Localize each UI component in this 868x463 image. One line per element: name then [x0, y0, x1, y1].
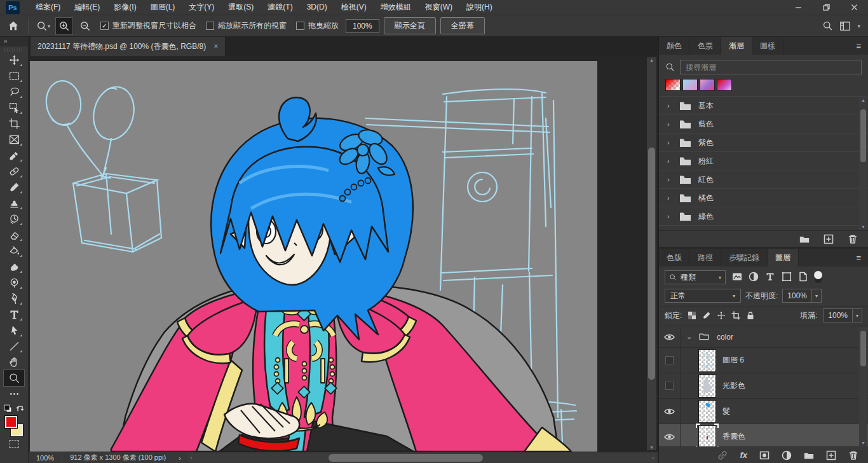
- swap-colors-icon[interactable]: [16, 404, 24, 413]
- new-gradient-icon[interactable]: [824, 234, 834, 244]
- zoom-tool-preset[interactable]: ▾: [35, 18, 51, 34]
- chevron-expanded-icon[interactable]: ⌄: [686, 333, 691, 341]
- visibility-toggle[interactable]: [659, 326, 681, 347]
- close-button[interactable]: [840, 0, 868, 15]
- tool-lasso[interactable]: [4, 84, 24, 100]
- search-icon[interactable]: [822, 20, 833, 31]
- scroll-thumb[interactable]: [860, 331, 866, 366]
- gradient-list-scrollbar[interactable]: ▴ ▾: [859, 97, 867, 230]
- tool-type[interactable]: [4, 307, 24, 322]
- chevron-right-icon[interactable]: ›: [667, 194, 672, 202]
- fill-screen-button[interactable]: 全螢幕: [440, 17, 485, 34]
- fit-screen-button[interactable]: 顯示全頁: [384, 17, 436, 34]
- scroll-up-arrow[interactable]: ▴: [650, 57, 653, 63]
- tool-line[interactable]: [4, 338, 24, 354]
- zoom-percentage-field[interactable]: 100%: [346, 19, 379, 33]
- new-group-icon[interactable]: [804, 450, 814, 460]
- new-group-icon[interactable]: [799, 234, 810, 244]
- tab-close-button[interactable]: ×: [214, 42, 218, 51]
- checkbox-checked-icon[interactable]: ✓: [100, 22, 109, 30]
- layer-list-scrollbar[interactable]: ▾: [859, 327, 867, 446]
- chevron-right-icon[interactable]: ›: [667, 212, 672, 220]
- home-button[interactable]: [5, 18, 22, 34]
- chevron-right-icon[interactable]: ›: [667, 176, 672, 183]
- menu-view[interactable]: 檢視(V): [334, 0, 374, 15]
- layer-thumbnail[interactable]: [699, 350, 715, 371]
- gradient-swatch-blue-pink[interactable]: [682, 79, 698, 91]
- tool-healing-brush[interactable]: [4, 163, 24, 179]
- filter-type-layers-icon[interactable]: [765, 272, 775, 284]
- tab-history[interactable]: 步驟記錄: [721, 249, 768, 266]
- horizontal-scroll-thumb[interactable]: [329, 454, 483, 462]
- resize-window-option[interactable]: ✓ 重新調整視窗尺寸以相合: [98, 20, 199, 31]
- tool-eraser[interactable]: [4, 227, 24, 243]
- toolbar-expand-button[interactable]: »: [0, 37, 28, 46]
- tool-history-brush[interactable]: [4, 211, 24, 227]
- menu-edit[interactable]: 編輯(E): [67, 0, 107, 15]
- gradient-swatch-pink-purple[interactable]: [700, 79, 715, 91]
- chevron-right-icon[interactable]: ›: [667, 120, 672, 128]
- filter-smart-objects-icon[interactable]: [798, 272, 808, 284]
- tab-swatches[interactable]: 色票: [690, 37, 721, 55]
- layer-row-group-color[interactable]: ⌄ color: [659, 326, 868, 348]
- quick-mask-icon[interactable]: [9, 440, 19, 448]
- menu-image[interactable]: 影像(I): [107, 0, 143, 15]
- gradient-folder-oranges[interactable]: › 橘色: [659, 189, 868, 207]
- blend-mode-dropdown[interactable]: 正常 ▾: [665, 289, 741, 303]
- new-layer-icon[interactable]: [826, 450, 836, 460]
- adjustment-layer-icon[interactable]: [782, 450, 792, 460]
- scroll-right-arrow[interactable]: ›: [652, 455, 654, 461]
- tab-channels[interactable]: 色版: [659, 249, 690, 266]
- visibility-toggle[interactable]: [659, 348, 681, 373]
- menu-plugins[interactable]: 增效模組: [374, 0, 418, 15]
- visibility-toggle[interactable]: [659, 373, 681, 398]
- status-popup-arrow[interactable]: ›: [173, 454, 186, 462]
- scroll-down-arrow[interactable]: ▾: [862, 224, 864, 230]
- filter-shape-layers-icon[interactable]: [782, 272, 792, 284]
- menu-window[interactable]: 視窗(W): [418, 0, 459, 15]
- menu-type[interactable]: 文字(Y): [182, 0, 221, 15]
- panel-menu-icon[interactable]: ≡: [849, 37, 868, 55]
- checkbox-unchecked-icon[interactable]: [296, 22, 304, 30]
- tool-eyedropper[interactable]: [4, 148, 24, 163]
- link-layers-icon[interactable]: [717, 450, 728, 460]
- visibility-toggle[interactable]: [659, 399, 681, 424]
- tool-frame[interactable]: [4, 132, 24, 148]
- foreground-color-swatch[interactable]: [5, 416, 17, 428]
- lock-position-icon[interactable]: [717, 311, 726, 320]
- filter-adjustment-layers-icon[interactable]: [749, 272, 759, 284]
- tab-paths[interactable]: 路徑: [690, 249, 721, 266]
- tab-color[interactable]: 顏色: [659, 37, 690, 55]
- gradient-folder-pinks[interactable]: › 粉紅: [659, 152, 868, 170]
- scroll-left-arrow[interactable]: ‹: [191, 455, 193, 461]
- menu-help[interactable]: 說明(H): [459, 0, 499, 15]
- lock-artboard-icon[interactable]: [731, 311, 740, 320]
- gradient-folder-basics[interactable]: › 基本: [659, 97, 868, 115]
- opacity-value[interactable]: 100%: [782, 289, 812, 303]
- restore-button[interactable]: [812, 0, 840, 15]
- scroll-down-arrow[interactable]: ▾: [650, 445, 653, 450]
- checkbox-unchecked-icon[interactable]: [206, 22, 214, 30]
- delete-icon[interactable]: [848, 234, 858, 244]
- lock-transparency-icon[interactable]: [688, 311, 696, 320]
- tool-object-selection[interactable]: [4, 100, 24, 116]
- filter-toggle-switch[interactable]: [815, 272, 822, 283]
- tool-marquee[interactable]: [4, 68, 24, 84]
- tab-gradients[interactable]: 漸層: [721, 37, 752, 55]
- zoom-in-button[interactable]: [56, 18, 72, 34]
- zoom-out-button[interactable]: [77, 18, 93, 34]
- tool-clone-stamp[interactable]: [4, 195, 24, 211]
- document-canvas[interactable]: [30, 61, 597, 452]
- layer-thumbnail[interactable]: [699, 375, 715, 397]
- chevron-down-icon[interactable]: ▾: [857, 23, 860, 29]
- layer-row-hair[interactable]: 髮: [659, 399, 868, 424]
- scroll-thumb[interactable]: [860, 109, 866, 162]
- chevron-right-icon[interactable]: ›: [667, 139, 672, 146]
- toolbar-more-options[interactable]: [4, 386, 24, 402]
- menu-select[interactable]: 選取(S): [221, 0, 261, 15]
- layer-row-layer6[interactable]: 圖層 6: [659, 348, 868, 373]
- tab-layers[interactable]: 圖層: [768, 249, 799, 266]
- gradient-swatch-red-violet[interactable]: [717, 79, 732, 91]
- gradient-search-input[interactable]: [680, 60, 862, 74]
- tool-smudge[interactable]: [4, 259, 24, 275]
